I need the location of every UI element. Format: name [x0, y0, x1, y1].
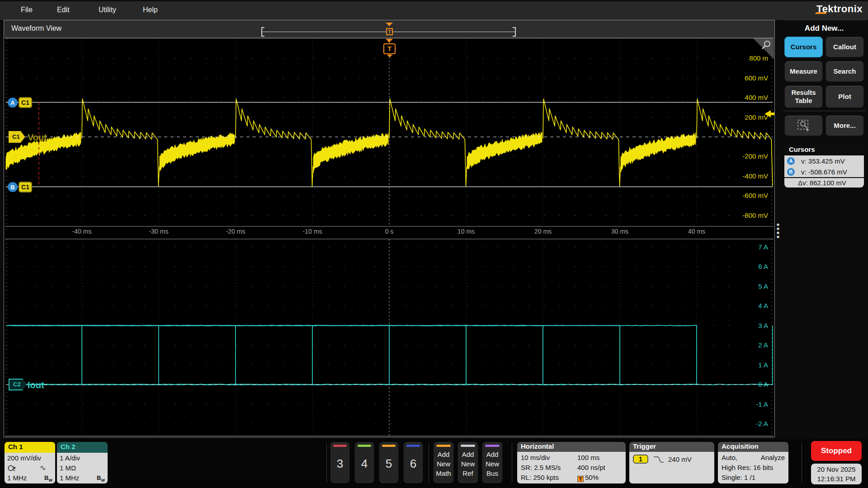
x-axis-label: 20 ms	[527, 228, 559, 235]
minimap-bracket-left[interactable]	[261, 27, 264, 37]
acquisition-resolution: High Res: 16 bits	[722, 463, 785, 473]
ch3-button[interactable]: 3	[330, 442, 350, 483]
run-stop-button[interactable]: Stopped	[811, 441, 862, 461]
add-new-ref-button[interactable]: Add New Ref	[458, 442, 478, 483]
date: 20 Nov 2025	[811, 465, 862, 474]
logo-swoosh	[815, 12, 827, 14]
ch6-button[interactable]: 6	[403, 442, 423, 483]
ch1-badge-title: Ch 1	[5, 442, 55, 453]
y-axis-label-bottom: 5 A	[732, 282, 768, 290]
menu-help[interactable]: Help	[143, 6, 158, 14]
magnifier-icon	[760, 40, 772, 52]
waveform-view: Waveform View T T 800 m600 mV400 mV200 m…	[4, 20, 775, 437]
ch4-button[interactable]: 4	[354, 442, 374, 483]
ch5-button[interactable]: 5	[379, 442, 399, 483]
cursor-b-value: v: -508.676 mV	[801, 168, 847, 176]
acquisition-analyze: Analyze	[761, 453, 785, 463]
horizontal-panel[interactable]: Horizontal 10 ms/div100 ms SR: 2.5 MS/s4…	[517, 442, 626, 483]
x-axis-label: 40 ms	[681, 228, 712, 235]
trigger-panel[interactable]: Trigger 1 240 mV	[629, 442, 714, 483]
ch4-color-stripe	[358, 445, 371, 447]
ch2-label: Iout	[28, 380, 44, 390]
x-axis-label: 10 ms	[450, 228, 482, 235]
zoom-select-icon	[797, 119, 811, 132]
ch2-badge[interactable]: Ch 2 1 A/div 1 MΩ 1 MHz BW	[57, 442, 108, 483]
y-axis-label-top: 600 mV	[732, 74, 768, 82]
bottom-bar: Ch 1 200 mV/div ∿ 1 MHz BW Ch 2 1 A/div …	[0, 439, 868, 488]
cursor-b-letter: B	[8, 182, 18, 192]
y-axis-label-bottom: -2 A	[732, 420, 768, 427]
ch2-scale: 1 A/div	[60, 453, 105, 463]
trigger-title: Trigger	[629, 442, 714, 452]
ch6-color-stripe	[406, 445, 420, 447]
trigger-position-badge[interactable]: T	[383, 43, 396, 54]
cursor-b-badge[interactable]: B C1	[8, 182, 32, 192]
minimap-trigger-t-icon[interactable]: T	[386, 28, 393, 35]
ch2-impedance: 1 MΩ	[60, 463, 105, 473]
x-axis-label: -20 ms	[220, 228, 251, 235]
y-axis-label-top: 400 mV	[732, 94, 768, 101]
cursor-b-channel: C1	[19, 182, 32, 192]
zoom-select-button[interactable]	[784, 115, 823, 136]
x-axis-label: -30 ms	[143, 228, 175, 235]
horizontal-position-minimap[interactable]: T	[261, 20, 516, 38]
x-axis-label: -10 ms	[297, 228, 328, 235]
menu-file[interactable]: File	[21, 6, 33, 14]
zoom-corner-button[interactable]	[753, 38, 774, 59]
sample-rate: SR: 2.5 MS/s	[521, 463, 577, 473]
callout-button[interactable]: Callout	[826, 37, 864, 57]
search-button[interactable]: Search	[826, 61, 864, 82]
add-new-math-button[interactable]: Add New Math	[433, 442, 454, 483]
bottombar-divider	[512, 443, 512, 483]
cursor-a-badge[interactable]: A C1	[8, 97, 32, 108]
horizontal-window: 100 ms	[577, 453, 622, 463]
y-axis-label-top: -800 mV	[732, 211, 768, 219]
time: 12:16:31 PM	[811, 474, 862, 483]
ch3-color-stripe	[333, 445, 347, 447]
bus-color-stripe	[485, 445, 500, 447]
horizontal-scale: 10 ms/div	[521, 453, 577, 463]
cursors-results-panel[interactable]: Cursors A v: 353.425 mV B v: -508.676 mV…	[784, 144, 864, 188]
trigger-level-arrow-icon[interactable]	[764, 110, 774, 118]
measure-button[interactable]: Measure	[784, 61, 823, 82]
minimap-trigger-marker-icon[interactable]	[386, 23, 393, 26]
cursor-a-dot-icon: A	[787, 157, 795, 165]
ch5-color-stripe	[382, 445, 396, 447]
x-axis-label: -40 ms	[66, 228, 98, 235]
menu-edit[interactable]: Edit	[57, 6, 70, 14]
x-axis-label: 0 s	[373, 228, 405, 235]
acquisition-panel[interactable]: Acquisition Auto,Analyze High Res: 16 bi…	[718, 442, 788, 483]
waveform-view-title: Waveform View	[11, 24, 61, 33]
more-button[interactable]: More...	[826, 115, 864, 136]
ch1-noise-band	[6, 132, 696, 173]
ch1-label: Vout	[28, 132, 47, 143]
trigger-position-triangle-icon[interactable]	[386, 39, 393, 42]
math-color-stripe	[436, 445, 451, 447]
cursors-button[interactable]: Cursors	[784, 37, 823, 57]
trigger-level: 240 mV	[668, 455, 692, 465]
trigger-badge-pointer-icon	[387, 55, 392, 57]
minimap-bracket-right[interactable]	[513, 27, 516, 37]
bottombar-divider	[429, 443, 429, 483]
ch2-bandwidth: 1 MHz	[60, 474, 79, 482]
ch1-scale: 200 mV/div	[7, 453, 52, 463]
ch1-badge[interactable]: Ch 1 200 mV/div ∿ 1 MHz BW	[5, 442, 55, 483]
datetime-display: 20 Nov 2025 12:16:31 PM	[811, 464, 862, 484]
cursor-delta-value: Δv: 862.100 mV	[784, 177, 864, 188]
y-axis-label-top: 200 mV	[732, 113, 768, 121]
horizontal-position: T50%	[577, 473, 622, 483]
cursor-a-value: v: 353.425 mV	[801, 157, 845, 165]
y-axis-label-top: -200 mV	[732, 152, 768, 160]
sample-interval: 400 ns/pt	[577, 463, 622, 473]
menu-bar: File Edit Utility Help Tektronix	[0, 0, 868, 20]
cursor-a-channel: C1	[19, 97, 32, 108]
add-new-bus-button[interactable]: Add New Bus	[482, 442, 503, 483]
plot-button[interactable]: Plot	[826, 85, 864, 108]
panel-drag-handle[interactable]: ●●●●	[776, 222, 779, 240]
results-table-button[interactable]: Results Table	[784, 85, 823, 108]
horizontal-title: Horizontal	[517, 442, 626, 452]
y-axis-label-top: -600 mV	[732, 192, 768, 199]
y-axis-label-bottom: 2 A	[732, 341, 768, 349]
bandwidth-limit-icon: BW	[44, 473, 52, 483]
menu-utility[interactable]: Utility	[99, 6, 116, 14]
